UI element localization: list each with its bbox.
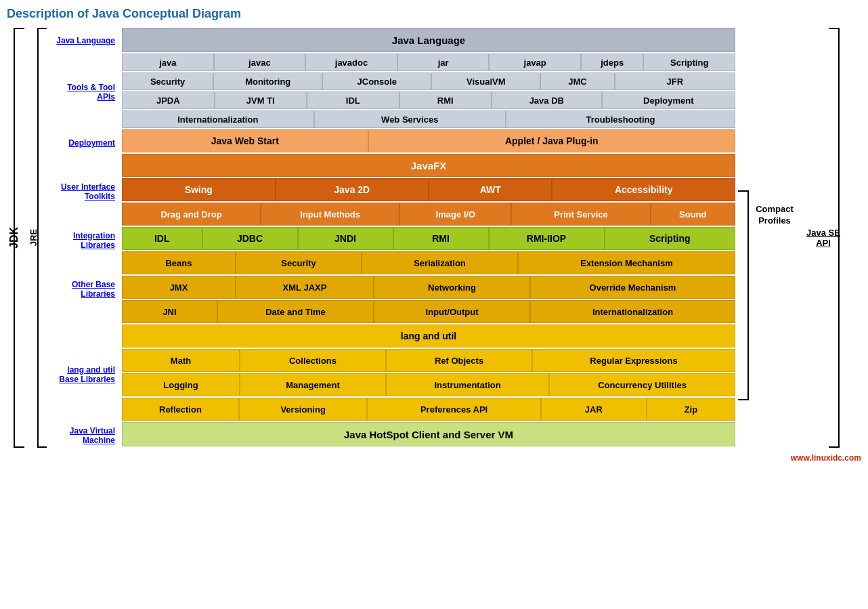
cell-refobjects: Ref Objects [386,349,532,372]
cell-networking: Networking [374,276,530,299]
cell-jar: jar [397,54,490,71]
cell-webservices: Web Services [314,110,506,128]
lang-row3: Reflection Versioning Preferences API JA… [122,398,735,421]
cell-logging: Logging [122,373,240,396]
cell-reflection: Reflection [122,398,239,421]
cell-override: Override Mechanism [530,276,735,299]
cell-beans: Beans [122,251,236,274]
cell-concurrency: Concurrency Utilities [549,373,735,396]
cell-collections: Collections [240,349,386,372]
lang-row2: Logging Management Instrumentation Concu… [122,373,735,396]
tools-row2: Security Monitoring JConsole VisualVM JM… [122,72,735,90]
java-se-api-label: Java SE API [800,228,846,248]
cell-visualvm: VisualVM [431,72,540,90]
cell-deployment: Deployment [602,91,735,109]
cell-scripting: Scripting [643,54,735,71]
cell-javafx: JavaFX [122,154,735,177]
integration-row: IDL JDBC JNDI RMI RMI-IIOP Scripting [122,227,735,250]
other-row1: Beans Security Serialization Extension M… [122,251,735,274]
page-title: Description of Java Conceptual Diagram [7,7,861,21]
cell-prefsapi: Preferences API [367,398,540,421]
jvm-cell: Java HotSpot Client and Server VM [122,422,735,446]
cell-jni: JNI [122,300,217,323]
lang-util-header: lang and util [122,324,735,348]
cell-jfr: JFR [615,72,735,90]
jvm-label: Java Virtual Machine [47,423,118,448]
cell-i18n2: Internationalization [530,300,735,323]
cell-jpda: JPDA [122,91,215,109]
cell-serialization: Serialization [362,251,518,274]
cell-rmi: RMI [399,91,492,109]
tools-row1: java javac javadoc jar javap jdeps Scrip… [122,54,735,71]
lang-util-header-row: lang and util [122,324,735,348]
other-row3: JNI Date and Time Input/Output Internati… [122,300,735,323]
cell-inputoutput: Input/Output [374,300,530,323]
integration-label: Integration Libraries [47,228,118,253]
compact-profiles-label: Compact Profiles [750,204,799,227]
other-base-label: Other Base Libraries [47,253,118,326]
cell-monitoring: Monitoring [213,72,322,90]
cell-draganddrop: Drag and Drop [122,203,261,226]
cell-idl2: IDL [122,227,202,250]
cell-jdeps: jdeps [581,54,643,71]
cell-javadb: Java DB [492,91,602,109]
cell-accessibility: Accessibility [552,178,735,201]
cell-xmljaxp: XML JAXP [236,276,374,299]
other-row2: JMX XML JAXP Networking Override Mechani… [122,276,735,299]
cell-inputmethods: Input Methods [261,203,399,226]
cell-rmi2: RMI [393,227,489,250]
ui-row1: Swing Java 2D AWT Accessibility [122,178,735,201]
cell-zip: Zip [647,398,735,421]
java-language-label: Java Language [47,28,118,54]
cell-javadoc: javadoc [305,54,397,71]
tools-row3: JPDA JVM TI IDL RMI Java DB Deployment [122,91,735,109]
cell-sound: Sound [651,203,735,226]
watermark: www.linuxidc.com [791,453,861,463]
cell-imageio: Image I/O [399,203,511,226]
lang-util-label: lang and util Base Libraries [47,326,118,423]
cell-security: Security [122,72,213,90]
javafx-row: JavaFX [122,154,735,177]
cell-instrumentation: Instrumentation [386,373,549,396]
deployment-row: Java Web Start Applet / Java Plug-in [122,129,735,152]
cell-troubleshooting: Troubleshooting [506,110,735,128]
cell-math: Math [122,349,240,372]
cell-rmiiiop: RMI-IIOP [489,227,605,250]
cell-applet: Applet / Java Plug-in [368,129,735,152]
tools-row4: Internationalization Web Services Troubl… [122,110,735,128]
cell-jmx: JMX [122,276,236,299]
cell-management: Management [240,373,386,396]
cell-printservice: Print Service [511,203,650,226]
ui-label: User Interface Toolkits [47,155,118,228]
cell-webstart: Java Web Start [122,129,368,152]
cell-java2d: Java 2D [276,178,429,201]
lang-row1: Math Collections Ref Objects Regular Exp… [122,349,735,372]
deployment-label: Deployment [47,131,118,155]
cell-jndi: JNDI [298,227,393,250]
ui-row2: Drag and Drop Input Methods Image I/O Pr… [122,203,735,226]
cell-versioning: Versioning [239,398,368,421]
tools-label: Tools & Tool APIs [47,54,118,131]
cell-jconsole: JConsole [322,72,431,90]
cell-jmc: JMC [540,72,614,90]
cell-security2: Security [236,251,362,274]
cell-scripting2: Scripting [605,227,736,250]
cell-idl: IDL [307,91,399,109]
cell-awt: AWT [429,178,552,201]
jvm-row: Java HotSpot Client and Server VM [122,422,735,446]
cell-jvmti: JVM TI [215,91,307,109]
cell-swing: Swing [122,178,276,201]
cell-datetime: Date and Time [217,300,374,323]
cell-extension: Extension Mechanism [518,251,735,274]
cell-i18n: Internationalization [122,110,314,128]
cell-javap: javap [489,54,581,71]
cell-javac: javac [214,54,306,71]
cell-jdbc: JDBC [202,227,298,250]
cell-regex: Regular Expressions [532,349,735,372]
cell-java: java [122,54,214,71]
java-language-header: Java Language [122,28,735,52]
java-language-header-row: Java Language [122,28,735,52]
cell-jar: JAR [541,398,647,421]
